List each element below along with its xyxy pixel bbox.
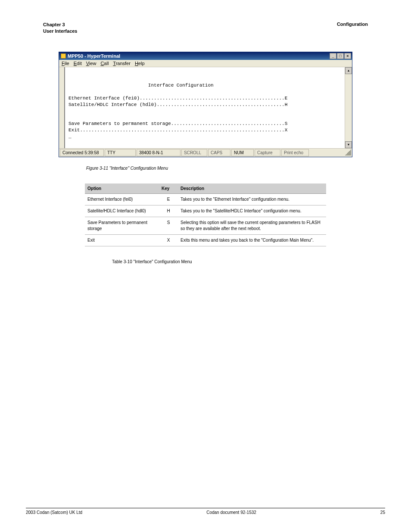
table-row: Exit X Exits this menu and takes you bac… (85, 234, 326, 246)
figure-caption: Figure 3-11 "Interface" Configuration Me… (86, 166, 385, 171)
chapter-line2: User Interfaces (43, 28, 78, 34)
table-header-row: Option Key Description (85, 184, 326, 194)
section-title: Configuration (337, 22, 368, 27)
menu-file[interactable]: File (62, 61, 69, 66)
menu-edit[interactable]: Edit (74, 61, 82, 66)
status-num: NUM (231, 149, 254, 156)
table-row: Ethernet Interface (fei0) E Takes you to… (85, 193, 326, 205)
maximize-button[interactable]: □ (337, 53, 344, 59)
th-key: Key (159, 184, 178, 194)
th-option: Option (85, 184, 159, 194)
cell-option: Exit (85, 234, 159, 246)
scrollbar[interactable]: ▲ ▼ (345, 67, 352, 148)
footer-docid: Codan document 92-1532 (206, 510, 256, 515)
terminal-output[interactable]: Interface Configuration Ethernet Interfa… (65, 67, 345, 148)
chapter-title: Chapter 3 User Interfaces (43, 22, 78, 34)
status-printecho: Print echo (281, 149, 309, 156)
th-description: Description (178, 184, 326, 194)
cell-key: H (159, 205, 178, 217)
status-device: TTY (105, 149, 136, 156)
hyperterminal-icon (61, 53, 66, 59)
cell-description: Takes you to the "Ethernet Interface" co… (178, 193, 326, 205)
cell-option: Save Parameters to permanent storage (85, 217, 159, 234)
minimize-button[interactable]: _ (330, 53, 336, 59)
window-controls: _ □ × (330, 53, 351, 59)
scroll-up-button[interactable]: ▲ (345, 67, 352, 74)
menu-file-rest: ile (65, 61, 69, 66)
statusbar: Connected 5:39:58 TTY 38400 8-N-1 SCROLL… (59, 148, 352, 157)
table-row: Save Parameters to permanent storage S S… (85, 217, 326, 234)
page-footer: 2003 Codan (Satcom) UK Ltd Codan documen… (26, 508, 385, 515)
status-settings: 38400 8-N-1 (137, 149, 181, 156)
cell-key: X (159, 234, 178, 246)
cell-key: S (159, 217, 178, 234)
cell-option: Ethernet Interface (fei0) (85, 193, 159, 205)
cell-description: Takes you to the "Satellite/HDLC Interfa… (178, 205, 326, 217)
menubar: File Edit View Call Transfer Help (59, 60, 352, 67)
options-table: Option Key Description Ethernet Interfac… (85, 184, 326, 246)
cell-description: Exits this menu and takes you back to th… (178, 234, 326, 246)
table-row: Satellite/HDLC Interface (hdl0) H Takes … (85, 205, 326, 217)
cell-key: E (159, 193, 178, 205)
status-scroll: SCROLL (181, 149, 207, 156)
close-button[interactable]: × (344, 53, 351, 59)
hyperterminal-window: MPP50 - HyperTerminal _ □ × File Edit Vi… (59, 52, 352, 157)
resize-grip-icon[interactable] (345, 149, 351, 156)
scroll-down-button[interactable]: ▼ (345, 141, 352, 148)
status-capture: Capture (255, 149, 280, 156)
menu-call[interactable]: Call (100, 61, 109, 66)
terminal-left-gutter (59, 67, 65, 148)
menu-view[interactable]: View (86, 61, 97, 66)
menu-transfer[interactable]: Transfer (113, 61, 131, 66)
menu-help[interactable]: Help (135, 61, 145, 66)
status-connected: Connected 5:39:58 (60, 149, 104, 156)
footer-copyright: 2003 Codan (Satcom) UK Ltd (26, 510, 82, 515)
cell-option: Satellite/HDLC Interface (hdl0) (85, 205, 159, 217)
chapter-line1: Chapter 3 (43, 22, 65, 27)
cell-description: Selecting this option will save the curr… (178, 217, 326, 234)
status-caps: CAPS (208, 149, 230, 156)
page-header: Chapter 3 User Interfaces Configuration (43, 22, 368, 34)
titlebar[interactable]: MPP50 - HyperTerminal _ □ × (59, 52, 352, 60)
window-title: MPP50 - HyperTerminal (68, 53, 120, 59)
table-caption: Table 3-10 "Interface" Configuration Men… (112, 259, 385, 264)
footer-pagenum: 25 (380, 510, 385, 515)
